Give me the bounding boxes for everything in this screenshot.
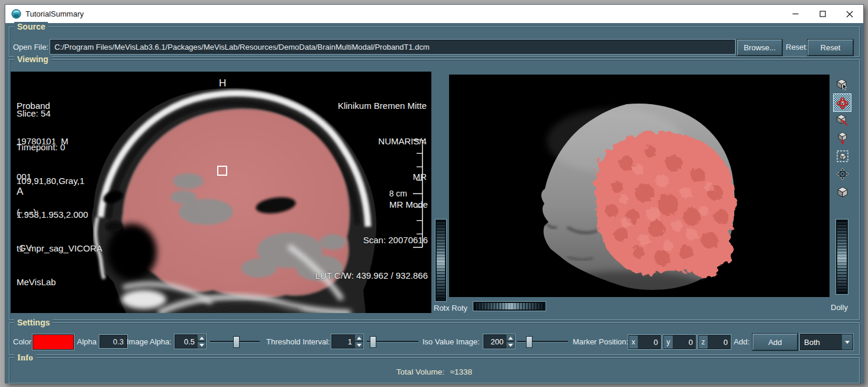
triangle-up-icon [508, 337, 513, 340]
image-alpha-slider-handle[interactable] [233, 336, 240, 348]
maximize-icon [819, 11, 826, 17]
marker-x-field[interactable]: x 0 [628, 335, 661, 349]
threshold-spin-down[interactable] [354, 341, 363, 349]
threshold-slider[interactable] [367, 334, 418, 349]
window-title: TutorialSummary [25, 9, 83, 18]
threshold-slider-handle[interactable] [370, 336, 376, 348]
iso-value-label: Iso Value Image: [422, 337, 480, 346]
triangle-down-icon [199, 344, 204, 347]
iso-value-slider-handle[interactable] [526, 336, 533, 348]
toolbar-pick-mode-button[interactable] [833, 76, 851, 94]
add-label: Add: [734, 337, 750, 346]
image-alpha-spinbox[interactable]: 0.5 [175, 334, 206, 349]
group-info: Info Total Volume: ≈1338 [9, 357, 860, 383]
total-volume-row: Total Volume: ≈1338 [9, 367, 859, 376]
toolbar-rotate-mode-button[interactable] [833, 93, 851, 112]
head-3d-render [449, 75, 830, 297]
triangle-down-icon [845, 341, 850, 344]
total-volume-value: ≈1338 [450, 367, 472, 376]
toolbar-camera-type-button[interactable] [833, 182, 851, 201]
threshold-spinbox[interactable]: 1 [331, 334, 363, 349]
color-label: Color [13, 337, 31, 346]
rot-thumbwheel[interactable] [473, 301, 546, 311]
iso-value-slider[interactable] [517, 334, 568, 349]
dolly-thumbwheel[interactable] [835, 219, 848, 295]
maximize-button[interactable] [809, 5, 836, 23]
orientation-h-label: H [219, 78, 226, 89]
pick-cursor-cube-icon [836, 79, 849, 92]
group-viewing: Viewing [9, 59, 860, 320]
close-button[interactable] [836, 5, 863, 23]
slice-info-overlay: Slice: 54 Timepoint: 0 109,91,80,Gray,1 … [17, 85, 102, 310]
slice-thumbwheel[interactable] [435, 219, 447, 302]
camera-cube-icon [836, 185, 849, 198]
settings-group-title: Settings [14, 318, 53, 328]
app-icon [11, 9, 21, 19]
app-window: TutorialSummary Source Open File: Browse… [5, 4, 864, 383]
viewing-group-title: Viewing [14, 54, 51, 64]
toolbar-view-all-button[interactable] [833, 147, 851, 165]
total-volume-label: Total Volume: [396, 367, 444, 376]
viewer-3d[interactable] [449, 75, 830, 297]
open-file-input[interactable] [50, 40, 735, 54]
image-alpha-spin-down[interactable] [197, 341, 206, 349]
toolbar-set-home-button[interactable] [833, 129, 851, 147]
set-home-cube-icon [836, 132, 849, 145]
minimize-icon [792, 11, 799, 17]
info-group-title: Info [14, 353, 36, 363]
minimize-button[interactable] [782, 5, 809, 23]
cursor-marker [217, 166, 227, 176]
triangle-down-icon [357, 344, 362, 347]
source-group-title: Source [14, 22, 48, 32]
rotate-orbit-icon [836, 96, 849, 109]
marker-z-field[interactable]: z 0 [698, 335, 731, 349]
triangle-down-icon [508, 344, 513, 347]
dropdown-button[interactable] [841, 334, 853, 350]
home-cube-icon [836, 114, 849, 127]
threshold-spin-up[interactable] [354, 334, 363, 341]
iso-spin-down[interactable] [506, 341, 515, 349]
viewer-2d[interactable]: Proband 19780101 M 001 (- - -): GV H Kli… [11, 72, 431, 313]
client-area: Source Open File: Browse... Reset: Reset… [5, 23, 863, 383]
group-source: Source Open File: Browse... Reset: Reset [9, 27, 860, 57]
marker-position-label: Marker Position: [573, 337, 628, 346]
iso-spin-up[interactable] [506, 334, 515, 341]
open-file-label: Open File: [13, 43, 49, 51]
reset-button[interactable]: Reset [808, 40, 853, 56]
color-swatch[interactable] [33, 334, 74, 350]
image-alpha-spin-up[interactable] [197, 334, 206, 341]
iso-value-spinbox[interactable]: 200 [483, 334, 515, 349]
add-button[interactable]: Add [753, 334, 798, 350]
scale-ruler [411, 138, 425, 249]
toolbar-home-button[interactable] [833, 111, 851, 130]
rot-axes-label: Rotx Roty [434, 304, 467, 312]
alpha-label: Alpha [77, 337, 96, 346]
browse-button[interactable]: Browse... [737, 40, 782, 56]
threshold-label: Threshold Interval: [266, 337, 330, 346]
scale-label: 8 cm [382, 188, 407, 199]
close-icon [846, 11, 853, 18]
mode-dropdown[interactable]: Both [800, 334, 853, 350]
image-alpha-label: Image Alpha: [127, 337, 172, 346]
image-alpha-slider[interactable] [210, 334, 260, 349]
view-all-dashed-cube-icon [836, 150, 849, 163]
marker-y-field[interactable]: y 0 [663, 335, 696, 349]
group-settings: Settings Color Alpha 0.3 Image Alpha: 0.… [9, 322, 860, 355]
reset-label: Reset: [786, 43, 808, 51]
title-bar[interactable]: TutorialSummary [5, 5, 863, 24]
alpha-field[interactable]: 0.3 [99, 335, 127, 348]
dolly-label: Dolly [831, 303, 848, 312]
triangle-up-icon [199, 337, 204, 340]
toolbar-seek-button[interactable] [833, 165, 851, 183]
seek-crosshair-icon [836, 167, 849, 180]
triangle-up-icon [357, 337, 362, 340]
